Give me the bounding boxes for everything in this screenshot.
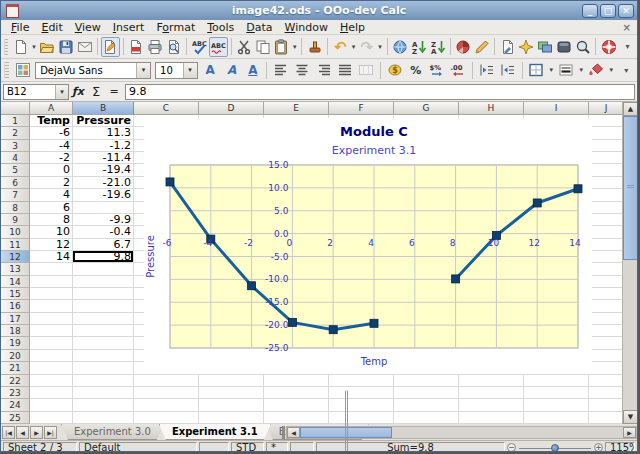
- row-header-11[interactable]: 11: [1, 239, 30, 251]
- cell-J11[interactable]: [589, 239, 624, 251]
- cell-A11[interactable]: 12: [30, 239, 73, 251]
- cell-A25[interactable]: [30, 412, 73, 424]
- cell-G24[interactable]: [394, 399, 459, 411]
- column-header-A[interactable]: A: [30, 102, 73, 115]
- cell-J23[interactable]: [589, 387, 624, 399]
- cell-J7[interactable]: [589, 189, 624, 201]
- formula-input[interactable]: 9.8: [125, 84, 635, 100]
- row-header-14[interactable]: 14: [1, 276, 30, 288]
- cell-J4[interactable]: [589, 152, 624, 164]
- cell-A17[interactable]: [30, 313, 73, 325]
- cell-B20[interactable]: [73, 350, 134, 362]
- menu-window[interactable]: Window: [279, 20, 334, 35]
- next-sheet-icon[interactable]: ▶: [30, 426, 43, 439]
- new-document-dropdown-icon[interactable]: ▾: [30, 43, 38, 51]
- cell-C22[interactable]: [134, 375, 199, 387]
- cell-D24[interactable]: [199, 399, 264, 411]
- cell-J9[interactable]: [589, 214, 624, 226]
- cell-F25[interactable]: [329, 412, 394, 424]
- align-justified-icon[interactable]: [334, 60, 355, 80]
- cell-B8[interactable]: [73, 202, 134, 214]
- cell-J2[interactable]: [589, 127, 624, 139]
- zoom-out-icon[interactable]: −: [507, 443, 516, 452]
- cell-J24[interactable]: [589, 399, 624, 411]
- copy-icon[interactable]: [253, 37, 272, 57]
- menu-view[interactable]: View: [69, 20, 107, 35]
- row-header-13[interactable]: 13: [1, 263, 30, 275]
- menu-insert[interactable]: Insert: [107, 20, 151, 35]
- align-left-icon[interactable]: [270, 60, 291, 80]
- background-color-dropdown-icon[interactable]: ▾: [607, 66, 616, 74]
- navigator-icon[interactable]: [517, 37, 536, 57]
- undo-dropdown-icon[interactable]: ▾: [350, 43, 358, 51]
- row-header-22[interactable]: 22: [1, 375, 30, 387]
- cell-D23[interactable]: [199, 387, 264, 399]
- open-icon[interactable]: [38, 37, 57, 57]
- cell-I23[interactable]: [524, 387, 589, 399]
- cell-A19[interactable]: [30, 337, 73, 349]
- cell-B15[interactable]: [73, 288, 134, 300]
- row-header-6[interactable]: 6: [1, 177, 30, 189]
- last-sheet-icon[interactable]: ▶|: [44, 426, 57, 439]
- menu-tools[interactable]: Tools: [201, 20, 240, 35]
- scroll-right-icon[interactable]: ▶: [623, 427, 636, 438]
- cell-E22[interactable]: [264, 375, 329, 387]
- scroll-up-icon[interactable]: ▲: [623, 102, 637, 116]
- save-icon[interactable]: [57, 37, 76, 57]
- page-preview-icon[interactable]: [164, 37, 183, 57]
- align-right-icon[interactable]: [313, 60, 334, 80]
- cell-H24[interactable]: [459, 399, 524, 411]
- cell-B4[interactable]: -11.4: [73, 152, 134, 164]
- status-selection-mode[interactable]: STD: [231, 442, 264, 452]
- menu-data[interactable]: Data: [240, 20, 278, 35]
- line-style-icon[interactable]: [556, 60, 577, 80]
- cell-J12[interactable]: [589, 251, 624, 263]
- cell-B22[interactable]: [73, 375, 134, 387]
- gallery-icon[interactable]: [536, 37, 555, 57]
- row-header-23[interactable]: 23: [1, 387, 30, 399]
- function-wizard-icon[interactable]: ƒx: [69, 85, 87, 98]
- menu-format[interactable]: Format: [150, 20, 201, 35]
- cell-A16[interactable]: [30, 300, 73, 312]
- delete-decimal-icon[interactable]: .00: [448, 60, 469, 80]
- row-header-25[interactable]: 25: [1, 412, 30, 424]
- first-sheet-icon[interactable]: |◀: [2, 426, 15, 439]
- align-center-icon[interactable]: [292, 60, 313, 80]
- tab-splitter[interactable]: [282, 426, 285, 439]
- minimize-button[interactable]: _: [582, 4, 598, 18]
- cell-I25[interactable]: [524, 412, 589, 424]
- draw-functions-icon[interactable]: [473, 37, 492, 57]
- cell-B10[interactable]: -0.4: [73, 226, 134, 238]
- new-document-icon[interactable]: [11, 37, 30, 57]
- cell-A14[interactable]: [30, 276, 73, 288]
- cell-A5[interactable]: 0: [30, 164, 73, 176]
- cell-J16[interactable]: [589, 300, 624, 312]
- cell-A3[interactable]: -4: [30, 140, 73, 152]
- cell-A12[interactable]: 14: [30, 251, 73, 263]
- equals-icon[interactable]: =: [105, 85, 123, 98]
- cell-F22[interactable]: [329, 375, 394, 387]
- cell-G23[interactable]: [394, 387, 459, 399]
- cell-C23[interactable]: [134, 387, 199, 399]
- cell-J6[interactable]: [589, 177, 624, 189]
- name-box-dropdown-icon[interactable]: ▾: [55, 85, 68, 99]
- cell-J13[interactable]: [589, 263, 624, 275]
- styles-window-icon[interactable]: [12, 60, 33, 80]
- row-header-12[interactable]: 12: [1, 251, 30, 263]
- cell-B5[interactable]: -19.4: [73, 164, 134, 176]
- close-button[interactable]: ✕: [618, 4, 634, 18]
- cell-C24[interactable]: [134, 399, 199, 411]
- toolbar-overflow-icon[interactable]: ▾: [616, 60, 637, 80]
- sum-icon[interactable]: Σ: [87, 84, 105, 99]
- cell-A21[interactable]: [30, 362, 73, 374]
- cell-J25[interactable]: [589, 412, 624, 424]
- cell-G22[interactable]: [394, 375, 459, 387]
- cell-J19[interactable]: [589, 337, 624, 349]
- cell-A4[interactable]: -2: [30, 152, 73, 164]
- cell-H23[interactable]: [459, 387, 524, 399]
- cell-J22[interactable]: [589, 375, 624, 387]
- horizontal-scrollbar[interactable]: ◀ ▶: [286, 426, 637, 439]
- cell-H25[interactable]: [459, 412, 524, 424]
- redo-icon[interactable]: ↷: [357, 37, 376, 57]
- scroll-left-icon[interactable]: ◀: [287, 427, 300, 438]
